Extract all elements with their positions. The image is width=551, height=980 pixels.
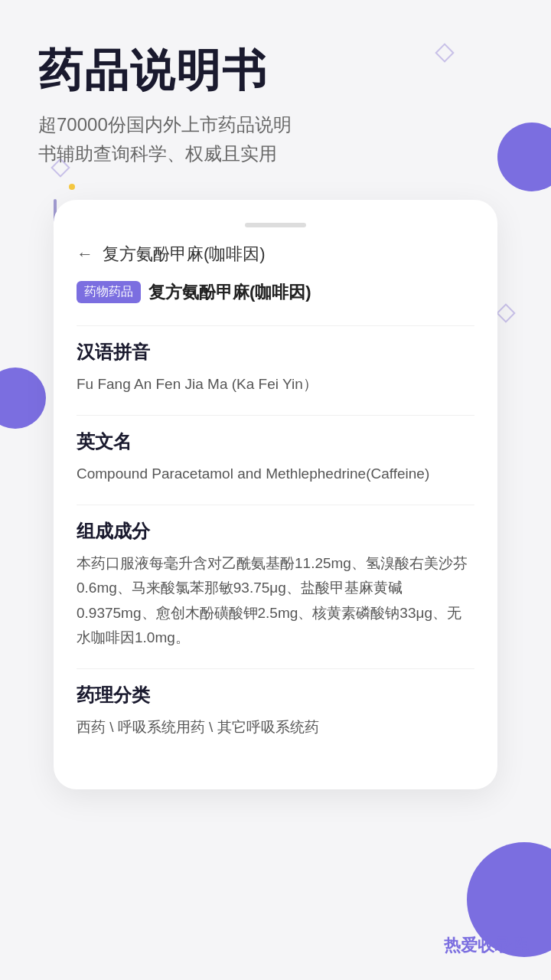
drug-name-main: 复方氨酚甲麻(咖啡因) (148, 281, 311, 304)
header-section: 药品说明书 超70000份国内外上市药品说明 书辅助查询科学、权威且实用 (38, 46, 513, 169)
drug-header: 药物药品 复方氨酚甲麻(咖啡因) (77, 281, 474, 304)
divider-3 (77, 668, 474, 669)
section-english-title: 英文名 (77, 430, 474, 454)
phone-card-wrapper: ← 复方氨酚甲麻(咖啡因) 药物药品 复方氨酚甲麻(咖啡因) 汉语拼音 Fu F… (38, 200, 513, 789)
section-pharmacology: 药理分类 西药 \ 呼吸系统用药 \ 其它呼吸系统药 (77, 683, 474, 740)
phone-top-bar (54, 223, 497, 227)
divider-top (77, 325, 474, 326)
phone-card: ← 复方氨酚甲麻(咖啡因) 药物药品 复方氨酚甲麻(咖啡因) 汉语拼音 Fu F… (54, 200, 497, 789)
section-english-body: Compound Paracetamol and Methlephedrine(… (77, 462, 474, 486)
section-pharmacology-body: 西药 \ 呼吸系统用药 \ 其它呼吸系统药 (77, 715, 474, 740)
section-composition-body: 本药口服液每毫升含对乙酰氨基酚11.25mg、氢溴酸右美沙芬0.6mg、马来酸氯… (77, 551, 474, 650)
section-composition-title: 组成成分 (77, 519, 474, 544)
drug-content: 药物药品 复方氨酚甲麻(咖啡因) 汉语拼音 Fu Fang An Fen Jia… (54, 281, 497, 740)
main-content: 药品说明书 超70000份国内外上市药品说明 书辅助查询科学、权威且实用 ← 复… (0, 0, 551, 812)
drug-tag: 药物药品 (77, 281, 141, 303)
section-pharmacology-title: 药理分类 (77, 683, 474, 707)
divider-2 (77, 505, 474, 505)
divider-1 (77, 415, 474, 416)
section-pinyin: 汉语拼音 Fu Fang An Fen Jia Ma (Ka Fei Yin） (77, 340, 474, 397)
subtitle-line2: 书辅助查询科学、权威且实用 (38, 143, 277, 164)
back-nav[interactable]: ← 复方氨酚甲麻(咖啡因) (54, 243, 497, 266)
section-composition: 组成成分 本药口服液每毫升含对乙酰氨基酚11.25mg、氢溴酸右美沙芬0.6mg… (77, 519, 474, 650)
back-arrow-icon[interactable]: ← (77, 244, 93, 264)
footer-brand: 热爱收录库 (444, 934, 528, 957)
subtitle-line1: 超70000份国内外上市药品说明 (38, 114, 292, 135)
section-pinyin-body: Fu Fang An Fen Jia Ma (Ka Fei Yin） (77, 372, 474, 397)
section-pinyin-title: 汉语拼音 (77, 340, 474, 364)
back-nav-title: 复方氨酚甲麻(咖啡因) (103, 243, 266, 266)
phone-notch (245, 223, 306, 227)
page-title: 药品说明书 (38, 46, 513, 95)
section-english: 英文名 Compound Paracetamol and Methlephedr… (77, 430, 474, 486)
subtitle: 超70000份国内外上市药品说明 书辅助查询科学、权威且实用 (38, 110, 513, 169)
